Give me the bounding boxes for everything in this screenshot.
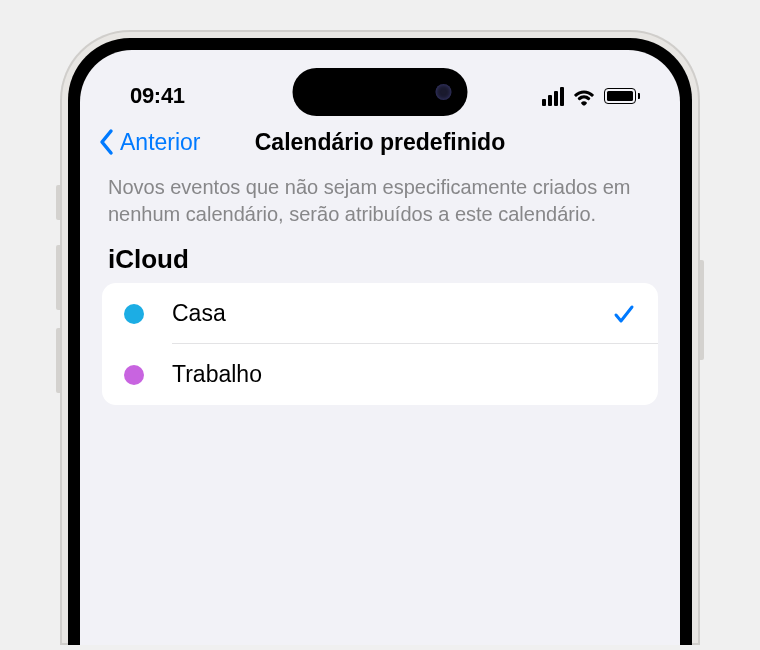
phone-frame: 09:41 bbox=[60, 30, 700, 645]
calendar-label: Casa bbox=[172, 300, 612, 327]
volume-down-button bbox=[56, 328, 60, 393]
calendar-list: Casa Trabalho bbox=[102, 283, 658, 405]
calendar-color-dot bbox=[124, 304, 144, 324]
silent-switch bbox=[56, 185, 60, 220]
phone-screen: 09:41 bbox=[80, 50, 680, 645]
back-button[interactable]: Anterior bbox=[98, 128, 201, 156]
calendar-option-trabalho[interactable]: Trabalho bbox=[102, 344, 658, 405]
navigation-bar: Anterior Calendário predefinido bbox=[80, 120, 680, 170]
cellular-signal-icon bbox=[542, 87, 564, 106]
dynamic-island bbox=[293, 68, 468, 116]
section-header: iCloud bbox=[80, 244, 680, 283]
battery-icon bbox=[604, 88, 640, 104]
calendar-color-dot bbox=[124, 365, 144, 385]
section-description: Novos eventos que não sejam especificame… bbox=[80, 170, 680, 244]
back-label: Anterior bbox=[120, 129, 201, 156]
chevron-left-icon bbox=[98, 128, 116, 156]
volume-up-button bbox=[56, 245, 60, 310]
status-time: 09:41 bbox=[130, 83, 185, 109]
calendar-option-casa[interactable]: Casa bbox=[102, 283, 658, 344]
front-camera bbox=[436, 84, 452, 100]
checkmark-icon bbox=[612, 302, 636, 326]
wifi-icon bbox=[572, 86, 596, 106]
status-icons bbox=[542, 86, 640, 106]
calendar-label: Trabalho bbox=[172, 361, 636, 388]
power-button bbox=[700, 260, 704, 360]
phone-bezel: 09:41 bbox=[68, 38, 692, 645]
